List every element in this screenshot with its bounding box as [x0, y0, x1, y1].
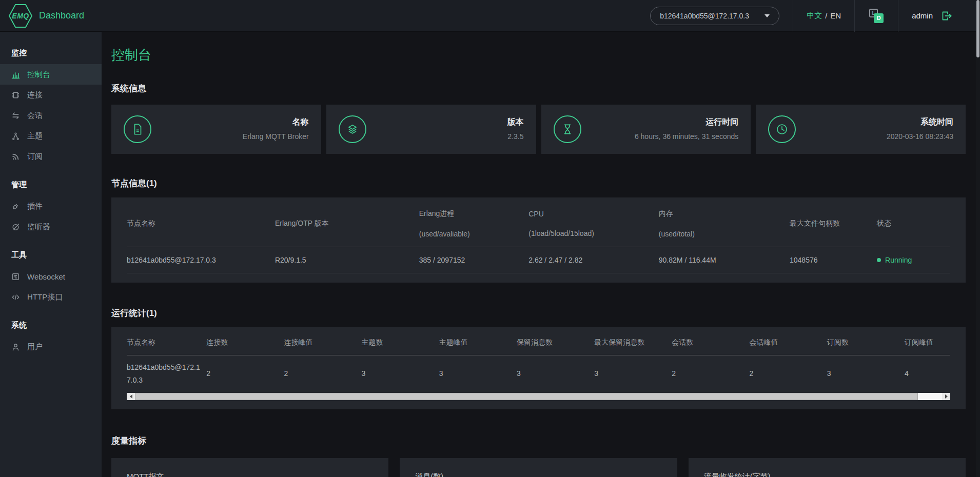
theme-toggle[interactable]: L D	[854, 0, 898, 32]
arrow-left-icon	[130, 394, 132, 399]
stats-row: b12641a0bd55@172.17.0.3 2 2 3 3 3 3 2 2 …	[127, 355, 950, 392]
lang-zh[interactable]: 中文	[807, 11, 822, 21]
cell-cpu: 2.62 / 2.47 / 2.82	[528, 247, 659, 273]
card-title: 名称	[243, 117, 309, 128]
lang-separator: /	[825, 11, 827, 20]
sidebar-item-label: 会话	[27, 111, 43, 121]
page-title: 控制台	[111, 32, 966, 64]
stats-heading: 运行统计(1)	[111, 307, 966, 319]
sidebar-item-label: HTTP接口	[27, 292, 63, 302]
user-icon	[11, 343, 20, 351]
lang-en[interactable]: EN	[830, 11, 841, 20]
cell-retained: 3	[517, 355, 594, 392]
col-topics: 主题数	[362, 330, 439, 355]
sidebar-item-connections[interactable]: 连接	[0, 85, 102, 105]
v-scroll-thumb[interactable]	[976, 0, 979, 57]
col-sessions-max: 会话峰值	[750, 330, 827, 355]
sidebar-item-http-api[interactable]: HTTP接口	[0, 287, 102, 307]
topics-icon	[11, 132, 20, 141]
chevron-down-icon	[765, 14, 770, 17]
listener-icon	[11, 223, 20, 231]
file-icon	[124, 115, 151, 143]
sessions-icon	[11, 111, 20, 120]
app-header: EMQ Dashboard b12641a0bd55@172.17.0.3 中文…	[0, 0, 980, 32]
username[interactable]: admin	[912, 11, 933, 20]
cell-subscriptions: 3	[827, 355, 905, 392]
stats-table: 节点名称 连接数 连接峰值 主题数 主题峰值 保留消息数 最大保留消息数 会话数…	[127, 330, 950, 392]
stats-panel: 节点名称 连接数 连接峰值 主题数 主题峰值 保留消息数 最大保留消息数 会话数…	[111, 327, 966, 409]
v-scrollbar[interactable]	[976, 0, 980, 477]
card-value: 6 hours, 36 minutes, 31 seconds	[635, 131, 738, 142]
node-info-panel: 节点名称 Erlang/OTP 版本 Erlang进程(used/avaliab…	[111, 197, 966, 283]
layers-icon	[339, 115, 366, 143]
metric-card-traffic-bytes: 流量收发统计(字节) received 8378 sent 6422	[689, 458, 966, 477]
language-toggle[interactable]: 中文 / EN	[793, 0, 854, 32]
connections-icon	[11, 91, 20, 100]
card-title: 版本	[507, 117, 524, 128]
system-info-cards: 名称 Erlang MQTT Broker 版本 2.3.5 运行时间	[111, 105, 966, 154]
sidebar-item-users[interactable]: 用户	[0, 336, 102, 357]
cell-erlang-process: 385 / 2097152	[419, 247, 528, 273]
card-title: 系统时间	[887, 117, 953, 128]
clock-icon	[768, 115, 796, 143]
cell-subscriptions-max: 4	[905, 355, 950, 392]
user-area: admin	[898, 0, 966, 32]
h-scroll-track[interactable]	[135, 393, 942, 400]
sidebar-item-plugins[interactable]: 插件	[0, 196, 102, 216]
col-erlang-process: Erlang进程	[419, 209, 525, 218]
h-scroll-thumb[interactable]	[135, 393, 918, 400]
card-system-time: 系统时间 2020-03-16 08:23:43	[756, 105, 966, 154]
sidebar-item-listeners[interactable]: 监听器	[0, 216, 102, 237]
sidebar: 监控 控制台 连接 会话	[0, 32, 102, 477]
scroll-right-button[interactable]	[942, 393, 950, 400]
cell-memory: 90.82M / 116.44M	[659, 247, 790, 273]
col-node-name: 节点名称	[127, 219, 272, 228]
node-selector[interactable]: b12641a0bd55@172.17.0.3	[650, 7, 779, 25]
metric-card-messages: 消息(数) received 33 sent 24	[400, 458, 677, 477]
websocket-icon	[11, 272, 20, 281]
card-value: Erlang MQTT Broker	[243, 131, 309, 142]
col-retained: 保留消息数	[517, 330, 594, 355]
col-max-fds: 最大文件句柄数	[790, 219, 874, 228]
sidebar-item-label: 控制台	[27, 70, 50, 80]
theme-dark-badge: D	[874, 13, 884, 23]
metric-card-title: 消息(数)	[415, 472, 661, 477]
metrics-heading: 度量指标	[111, 435, 966, 447]
main-content: 控制台 系统信息 名称 Erlang MQTT Broker 版本 2.3.5	[102, 32, 980, 477]
brand: EMQ Dashboard	[8, 3, 84, 29]
node-selector-value: b12641a0bd55@172.17.0.3	[660, 12, 749, 20]
node-info-table: 节点名称 Erlang/OTP 版本 Erlang进程(used/avaliab…	[127, 201, 950, 273]
logout-icon[interactable]	[941, 10, 952, 22]
sidebar-section-title: 工具	[0, 250, 102, 266]
metric-card-title: 流量收发统计(字节)	[704, 472, 950, 477]
sidebar-item-websocket[interactable]: Websocket	[0, 266, 102, 287]
sidebar-item-topics[interactable]: 主题	[0, 126, 102, 146]
sidebar-section-monitor: 监控 控制台 连接 会话	[0, 32, 102, 167]
card-version: 版本 2.3.5	[326, 105, 536, 154]
sidebar-item-dashboard[interactable]: 控制台	[0, 64, 102, 85]
node-table-header-row: 节点名称 Erlang/OTP 版本 Erlang进程(used/avaliab…	[127, 201, 950, 247]
cell-node-name: b12641a0bd55@172.17.0.3	[127, 247, 275, 273]
h-scrollbar[interactable]	[127, 393, 950, 400]
status-dot-icon	[877, 258, 881, 262]
card-uptime: 运行时间 6 hours, 36 minutes, 31 seconds	[541, 105, 751, 154]
scroll-left-button[interactable]	[127, 393, 135, 400]
card-value: 2.3.5	[507, 131, 524, 142]
cell-topics-max: 3	[439, 355, 517, 392]
sidebar-section-title: 系统	[0, 321, 102, 336]
theme-toggle-icon[interactable]: L D	[868, 8, 885, 24]
stats-header-row: 节点名称 连接数 连接峰值 主题数 主题峰值 保留消息数 最大保留消息数 会话数…	[127, 330, 950, 355]
cell-connections-max: 2	[284, 355, 361, 392]
logo-text: EMQ	[12, 12, 29, 20]
sidebar-item-sessions[interactable]: 会话	[0, 105, 102, 126]
node-info-heading: 节点信息(1)	[111, 177, 966, 189]
sidebar-item-label: Websocket	[27, 272, 65, 281]
col-topics-max: 主题峰值	[439, 330, 517, 355]
cell-otp-version: R20/9.1.5	[275, 247, 419, 273]
sidebar-section-manage: 管理 插件 监听器	[0, 167, 102, 237]
emq-logo[interactable]: EMQ	[8, 3, 33, 29]
sidebar-item-label: 用户	[27, 342, 43, 352]
sidebar-item-subscriptions[interactable]: 订阅	[0, 146, 102, 167]
cell-sessions: 2	[672, 355, 749, 392]
col-memory: 内存	[659, 209, 787, 218]
